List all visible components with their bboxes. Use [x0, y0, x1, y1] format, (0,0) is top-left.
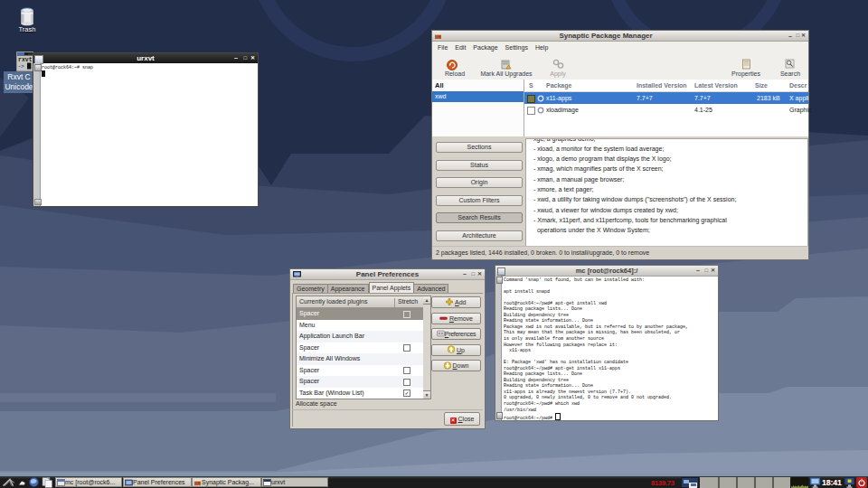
- svg-text:->: ->: [18, 63, 25, 70]
- svg-text:rxvt: rxvt: [18, 57, 33, 63]
